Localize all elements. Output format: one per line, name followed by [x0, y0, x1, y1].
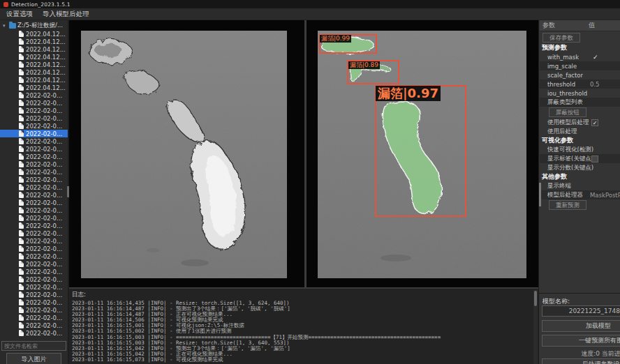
tree-item[interactable]: 2022-02-0...: [0, 153, 68, 160]
param-row[interactable]: scale_factor: [540, 70, 620, 79]
raw-image-panel[interactable]: [69, 20, 304, 287]
tree-item-label: 2022-02-0...: [26, 169, 62, 176]
file-icon: [19, 314, 24, 321]
menu-import-postprocess[interactable]: 导入模型后处理: [43, 10, 89, 19]
log-scrollbar[interactable]: [533, 290, 538, 364]
tree-item-label: 2022-02-0...: [26, 100, 62, 107]
tree-item[interactable]: 2022.04.12...: [0, 76, 68, 84]
param-row[interactable]: 使用模型后处理✓: [540, 118, 620, 127]
tree-item[interactable]: 2022-02-0...: [0, 191, 68, 199]
tree-item[interactable]: 2022-02-0...: [0, 237, 68, 245]
tree-item[interactable]: 2022-02-0...: [0, 283, 68, 291]
param-checkbox[interactable]: ✓: [591, 119, 598, 126]
postprocess-settings-button[interactable]: 后处理参数设置: [542, 358, 620, 364]
tree-item-label: 2022-02-0...: [26, 245, 62, 252]
import-image-button[interactable]: 导入图片: [6, 353, 61, 364]
tree-item[interactable]: 2022-02-0...: [0, 122, 68, 130]
file-icon: [19, 54, 24, 60]
menu-settings[interactable]: 设置选项: [6, 10, 33, 19]
param-row[interactable]: img_scale: [540, 61, 620, 70]
repredict-button[interactable]: 重新预测: [549, 200, 586, 210]
file-icon: [19, 146, 24, 152]
param-label: iou_threshold: [547, 90, 587, 97]
tree-item[interactable]: 2022-02-0...: [0, 130, 68, 137]
tree-item-label: 2022-02-0...: [26, 199, 62, 206]
param-label: with_mask: [547, 54, 579, 61]
tree-item[interactable]: 2022-02-0...: [0, 183, 68, 191]
raw-image: [69, 20, 304, 287]
tree-item[interactable]: 2022.04.12...: [0, 61, 68, 68]
tree-item[interactable]: 2022-02-0...: [0, 168, 68, 176]
tree-item[interactable]: 2022-02-0...: [0, 260, 68, 268]
file-icon: [19, 92, 24, 98]
tree-item[interactable]: 2022-02-0...: [0, 145, 68, 153]
param-row[interactable]: iou_threshold: [540, 89, 620, 98]
tree-item[interactable]: 2022.04.12...: [0, 30, 68, 38]
tree-item[interactable]: 2022-02-0...: [0, 176, 68, 183]
tree-item[interactable]: 2022.04.12...: [0, 53, 68, 61]
tree-item[interactable]: 2022-02-0...: [0, 298, 68, 306]
tree-item-label: 2022-02-0...: [26, 276, 62, 283]
tree-item[interactable]: 2022-02-0...: [0, 160, 68, 168]
shield-button[interactable]: 屏蔽按钮: [549, 107, 586, 117]
tree-item[interactable]: 2022-02-0...: [0, 206, 68, 214]
tree-item[interactable]: 2022-02-0...: [0, 306, 68, 314]
param-row[interactable]: 显示标签(关键点): [540, 154, 620, 163]
tree-item-label: 2022-02-0...: [26, 322, 62, 329]
file-icon: [19, 69, 24, 75]
tree-item[interactable]: 2022-02-0...: [0, 329, 68, 337]
param-row[interactable]: threshold0.5: [540, 79, 620, 89]
load-model-button[interactable]: 加载模型: [542, 320, 620, 332]
tree-item[interactable]: 2022.04.12...: [0, 84, 68, 91]
param-checkbox[interactable]: [591, 156, 598, 162]
tree-item[interactable]: 2022-02-0...: [0, 137, 68, 145]
file-icon: [19, 61, 24, 68]
tree-item[interactable]: 2022-02-0...: [0, 107, 68, 114]
tree-item[interactable]: 2022.04.12...: [0, 45, 68, 53]
param-value: 0.5: [590, 81, 600, 88]
log-console[interactable]: 日志: 2023-01-11 16:16:14,435 |INFO| - Res…: [69, 287, 538, 364]
file-icon: [19, 123, 24, 129]
params-header-value: 值: [589, 21, 595, 30]
param-row[interactable]: 快速可视化(检测): [540, 145, 620, 154]
param-row[interactable]: with_mask✓: [540, 52, 620, 61]
param-row[interactable]: 显示终端: [540, 181, 620, 190]
param-label: 使用后处理: [547, 128, 577, 136]
param-row[interactable]: 屏蔽类型列表: [540, 98, 620, 107]
save-params-button[interactable]: 保存参数: [542, 33, 580, 43]
file-icon: [19, 31, 24, 37]
param-row[interactable]: 显示分数(关键点): [540, 163, 620, 172]
tree-item[interactable]: 2022-02-0...: [0, 229, 68, 237]
file-icon: [19, 46, 24, 52]
tree-item-label: 2022-02-0...: [26, 123, 62, 130]
log-line: 2023-01-11 16:16:15,073 |INFO| - 可视化预测结果…: [72, 357, 538, 363]
model-name-field[interactable]: 20221225_174813: [542, 305, 620, 317]
param-row[interactable]: 使用后处理: [540, 127, 620, 136]
tree-item[interactable]: 2022-02-0...: [0, 275, 68, 283]
tree-item[interactable]: 2022-02-0...: [0, 245, 68, 252]
prediction-image-panel[interactable]: 漏箔|0.99漏箔|0.89漏箔|0.97: [307, 20, 538, 287]
predict-all-button[interactable]: 一键预测所有图片: [542, 335, 620, 347]
param-label: 显示分数(关键点): [547, 164, 593, 172]
detections-layer: 漏箔|0.99漏箔|0.89漏箔|0.97: [307, 20, 538, 287]
tree-item[interactable]: 2022-02-0...: [0, 222, 68, 229]
tree-item[interactable]: 2022-02-0...: [0, 99, 68, 107]
tree-item[interactable]: 2022-02-0...: [0, 291, 68, 298]
tree-item[interactable]: 2022-02-0...: [0, 214, 68, 222]
tree-root[interactable]: ▾ Z:/5-标注数据/...: [0, 22, 68, 30]
tree-item[interactable]: 2022-02-0...: [0, 91, 68, 99]
tree-item[interactable]: 2022-02-0...: [0, 252, 68, 260]
tree-item[interactable]: 2022-02-0...: [0, 314, 68, 321]
filename-search-input[interactable]: [1, 341, 66, 351]
tree-item[interactable]: 2022-02-0...: [0, 268, 68, 275]
param-row[interactable]: 模型后处理器MaskPostPro: [540, 190, 620, 199]
tree-item[interactable]: 2022-02-0...: [0, 199, 68, 206]
tree-item[interactable]: 2022.04.12...: [0, 68, 68, 76]
tree-item[interactable]: 2022-02-0...: [0, 321, 68, 329]
params-scrollbar-thumb[interactable]: [539, 183, 541, 206]
param-label: 显示标签(关键点): [547, 155, 593, 163]
tree-item[interactable]: 2022.04.12...: [0, 38, 68, 45]
file-icon: [19, 107, 24, 114]
log-scrollbar-thumb[interactable]: [534, 291, 537, 306]
tree-item[interactable]: 2022-02-0...: [0, 114, 68, 122]
